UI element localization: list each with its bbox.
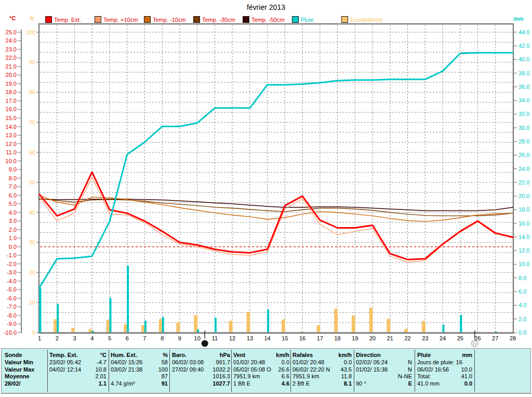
svg-text:22.0: 22.0: [518, 179, 529, 186]
svg-text:12: 12: [229, 335, 235, 341]
table-row: 04/02/ 15:2658: [111, 359, 168, 366]
table-row: 2.01: [49, 373, 107, 380]
table-separator: [231, 350, 232, 392]
table-column-2: Baro.hPa06/02/ 03:08991.727/02/ 09:40103…: [172, 352, 230, 388]
svg-text:14.0: 14.0: [518, 234, 529, 240]
table-row: 87: [111, 373, 168, 380]
svg-text:60: 60: [29, 149, 35, 155]
table-column-1: Hum. Ext.%04/02/ 15:265803/02/ 21:381008…: [111, 352, 168, 388]
svg-text:25: 25: [457, 335, 463, 341]
svg-text:20: 20: [369, 335, 376, 341]
svg-text:5.0: 5.0: [9, 201, 17, 207]
svg-text:16.0: 16.0: [518, 220, 529, 227]
svg-text:4.0: 4.0: [518, 302, 526, 308]
svg-text:7.0: 7.0: [9, 183, 17, 190]
svg-text:28: 28: [510, 335, 516, 341]
svg-text:8.0: 8.0: [518, 275, 526, 281]
svg-text:-2.0: -2.0: [7, 261, 17, 267]
svg-text:0.0: 0.0: [518, 329, 526, 336]
svg-text:1: 1: [38, 335, 41, 341]
svg-text:24: 24: [440, 335, 446, 341]
svg-text:10: 10: [29, 299, 35, 306]
svg-text:28.0: 28.0: [518, 138, 529, 144]
table-row: N-NE: [356, 373, 412, 380]
svg-text:-1.0: -1.0: [7, 252, 17, 258]
svg-text:12.0: 12.0: [518, 247, 529, 254]
svg-text:18: 18: [334, 335, 340, 341]
table-row: 4.74 g/m³91: [111, 380, 168, 388]
svg-text:100: 100: [26, 29, 35, 35]
svg-text:3.0: 3.0: [9, 218, 17, 224]
table-row-label: Sonde: [5, 352, 45, 359]
full-moon-icon: [471, 340, 478, 347]
svg-text:19: 19: [352, 335, 358, 341]
day-labels: 1234567891011121314151617181920212223242…: [38, 335, 516, 341]
table-row: 02/02/ 05:24N: [356, 359, 412, 366]
svg-text:30.0: 30.0: [518, 125, 529, 131]
temp-axis: 25.024.023.022.021.020.019.018.017.016.0…: [4, 29, 21, 336]
table-row: Total:41.0: [417, 373, 472, 380]
svg-text:16.0: 16.0: [6, 106, 17, 112]
table-row: 90 °E: [356, 380, 412, 388]
table-header-row: Temp. Ext.°C: [49, 352, 107, 359]
svg-text:9: 9: [178, 335, 181, 341]
svg-text:25.0: 25.0: [6, 29, 17, 35]
svg-text:16: 16: [299, 335, 305, 341]
svg-text:12.0: 12.0: [6, 141, 17, 147]
svg-text:27: 27: [492, 335, 498, 341]
table-column-4: Rafaleskm/h01/02/ 20:480.006/02/ 22:20 N…: [292, 352, 352, 388]
stats-table: SondeValeur MinValeur MaxMoyenne28/02/Te…: [1, 348, 531, 394]
svg-text:-6.0: -6.0: [7, 295, 17, 301]
table-row-label: Valeur Max: [5, 366, 45, 374]
table-header-row: Ventkm/h: [233, 352, 289, 359]
svg-text:11.0: 11.0: [6, 149, 17, 155]
table-separator: [474, 350, 475, 392]
table-header-row: Hum. Ext.%: [111, 352, 168, 359]
svg-text:30: 30: [29, 239, 35, 245]
svg-text:1.0: 1.0: [9, 235, 17, 241]
table-row: 1.1: [49, 380, 107, 388]
plot-area[interactable]: [39, 24, 513, 333]
svg-text:4.0: 4.0: [9, 209, 17, 216]
table-separator: [290, 350, 291, 392]
svg-text:11: 11: [212, 335, 218, 341]
svg-text:2.0: 2.0: [518, 316, 526, 322]
svg-text:21: 21: [387, 335, 393, 341]
svg-text:21.0: 21.0: [6, 63, 17, 70]
table-header-row: Direction: [356, 352, 412, 359]
svg-text:40.0: 40.0: [518, 56, 529, 62]
svg-text:10: 10: [194, 335, 201, 341]
table-row: 23/02/ 05:42-4.7: [49, 359, 107, 366]
table-column-0: Temp. Ext.°C23/02/ 05:42-4.704/02/ 12:14…: [49, 352, 107, 388]
svg-text:90: 90: [29, 59, 35, 65]
svg-text:2.0: 2.0: [9, 227, 17, 233]
svg-text:24.0: 24.0: [6, 37, 17, 44]
svg-text:15: 15: [282, 335, 288, 341]
table-column-5: Direction02/02/ 05:24N01/02/ 15:38NN-NE9…: [356, 352, 412, 388]
svg-text:0: 0: [32, 329, 35, 336]
svg-text:6.0: 6.0: [518, 288, 526, 295]
svg-text:7: 7: [143, 335, 146, 341]
table-row: 2 Bft E8.1: [292, 380, 352, 388]
svg-text:32.0: 32.0: [518, 111, 529, 117]
svg-text:-8.0: -8.0: [7, 312, 17, 319]
table-separator: [169, 350, 170, 392]
svg-text:22.0: 22.0: [6, 55, 17, 61]
table-row: 1 Bft E4.6: [233, 380, 289, 388]
svg-text:44.0: 44.0: [518, 29, 529, 35]
table-row-label: 28/02/: [5, 380, 45, 388]
table-row: 7951.9 km6.6: [233, 373, 289, 380]
svg-text:13.0: 13.0: [6, 132, 17, 138]
svg-text:2: 2: [56, 335, 59, 341]
svg-text:6: 6: [126, 335, 129, 341]
svg-text:80: 80: [29, 89, 35, 95]
svg-text:20: 20: [29, 269, 35, 275]
svg-text:14.0: 14.0: [6, 124, 17, 130]
svg-text:20.0: 20.0: [6, 72, 17, 78]
chart-plot[interactable]: 25.024.023.022.021.020.019.018.017.016.0…: [0, 0, 532, 347]
table-separator: [415, 350, 415, 392]
svg-text:-5.0: -5.0: [7, 286, 17, 293]
svg-text:36.0: 36.0: [518, 84, 529, 90]
svg-text:18.0: 18.0: [6, 89, 17, 95]
table-row: 01/02/ 15:38N: [356, 366, 412, 374]
